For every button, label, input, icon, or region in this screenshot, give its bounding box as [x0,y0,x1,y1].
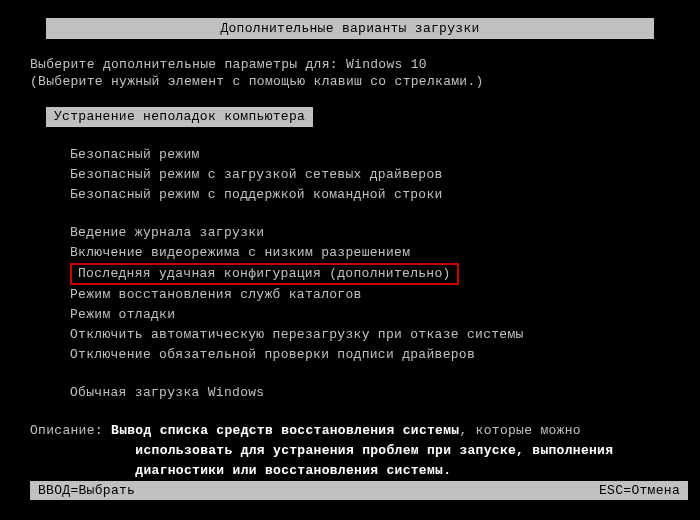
option-ds-restore[interactable]: Режим восстановления служб каталогов [70,285,670,305]
option-disable-auto-restart[interactable]: Отключить автоматическую перезагрузку пр… [70,325,670,345]
footer-enter-hint: ВВОД=Выбрать [38,483,135,498]
option-last-known-good[interactable]: Последняя удачная конфигурация (дополнит… [70,263,670,285]
option-boot-logging[interactable]: Ведение журнала загрузки [70,223,670,243]
option-group-3: Обычная загрузка Windows [46,383,670,403]
option-start-normally[interactable]: Обычная загрузка Windows [70,383,670,403]
option-safe-mode-networking[interactable]: Безопасный режим с загрузкой сетевых дра… [70,165,670,185]
description-text-1: Вывод списка средств восстановления сист… [111,423,459,438]
footer-esc-hint: ESC=Отмена [599,483,680,498]
instruction-line-2: (Выберите нужный элемент с помощью клави… [30,74,670,89]
option-group-1: Безопасный режим Безопасный режим с загр… [46,145,670,205]
option-safe-mode-command[interactable]: Безопасный режим с поддержкой командной … [70,185,670,205]
option-low-res-video[interactable]: Включение видеорежима с низким разрешени… [70,243,670,263]
highlighted-option: Последняя удачная конфигурация (дополнит… [70,263,459,285]
option-disable-driver-sig[interactable]: Отключение обязательной проверки подписи… [70,345,670,365]
description-text-3: диагностики или восстановления системы. [135,463,451,478]
option-debug-mode[interactable]: Режим отладки [70,305,670,325]
footer-bar: ВВОД=Выбрать ESC=Отмена [30,481,688,500]
page-title: Дополнительные варианты загрузки [220,21,479,36]
description-block: Описание: Вывод списка средств восстанов… [30,421,670,481]
header-bar: Дополнительные варианты загрузки [46,18,654,39]
option-repair-computer[interactable]: Устранение неполадок компьютера [46,107,313,127]
description-suffix: , которые можно [459,423,581,438]
description-label: Описание: [30,423,103,438]
description-text-2: использовать для устранения проблем при … [135,443,613,458]
instruction-line-1: Выберите дополнительные параметры для: W… [30,57,670,72]
option-safe-mode[interactable]: Безопасный режим [70,145,670,165]
option-group-2: Ведение журнала загрузки Включение видео… [46,223,670,365]
